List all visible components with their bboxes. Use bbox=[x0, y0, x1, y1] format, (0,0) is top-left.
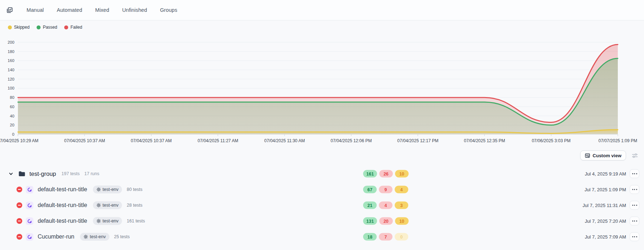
row-date: Jul 4, 2025 9:19 AM bbox=[585, 171, 626, 177]
checkbox-stack-icon bbox=[6, 6, 13, 14]
gear-icon bbox=[97, 219, 101, 223]
run-icon bbox=[26, 202, 33, 209]
gear-icon bbox=[97, 187, 101, 192]
tab[interactable]: Automated bbox=[57, 7, 82, 13]
environment-badge: test-env bbox=[93, 186, 122, 193]
more-options-icon-button[interactable] bbox=[630, 232, 639, 241]
adjustments-filter-icon-button[interactable] bbox=[631, 152, 639, 159]
svg-text:07/04/2025 10:29 AM: 07/04/2025 10:29 AM bbox=[0, 138, 38, 143]
skipped-count-badge: 10 bbox=[395, 217, 409, 225]
result-count-badges: 21 4 3 bbox=[363, 202, 408, 209]
svg-text:80: 80 bbox=[10, 95, 14, 100]
area-chart-canvas: 02040608010012014016018020007/04/2025 10… bbox=[0, 32, 644, 147]
custom-view-button[interactable]: Custom view bbox=[580, 150, 626, 160]
chart-legend: Skipped Passed Failed bbox=[8, 24, 644, 31]
run-icon bbox=[26, 233, 33, 241]
tab[interactable]: Manual bbox=[27, 7, 44, 13]
legend-item[interactable]: Passed bbox=[37, 25, 57, 30]
environment-badge: test-env bbox=[80, 233, 109, 241]
failed-status-icon bbox=[17, 187, 22, 192]
more-options-icon-button[interactable] bbox=[630, 217, 639, 226]
result-count-badges: 18 7 0 bbox=[363, 233, 408, 241]
result-count-badges: 67 9 4 bbox=[363, 186, 408, 193]
skipped-count-badge: 10 bbox=[395, 170, 409, 178]
failed-count-badge: 4 bbox=[379, 202, 392, 209]
svg-text:07/04/2025 12:35 PM: 07/04/2025 12:35 PM bbox=[464, 138, 505, 143]
failed-status-icon bbox=[17, 202, 22, 208]
gear-icon bbox=[97, 203, 101, 207]
tab[interactable]: Groups bbox=[160, 7, 177, 13]
svg-text:07/07/2025 1:09 PM: 07/07/2025 1:09 PM bbox=[598, 138, 637, 143]
legend-label: Skipped bbox=[14, 25, 29, 30]
svg-text:120: 120 bbox=[8, 77, 14, 81]
row-date: Jul 7, 2025 7:09 AM bbox=[585, 234, 626, 240]
passed-count-badge: 131 bbox=[363, 217, 377, 225]
more-options-icon-button[interactable] bbox=[630, 185, 639, 194]
environment-name: test-env bbox=[103, 203, 118, 208]
test-results-area-chart: 02040608010012014016018020007/04/2025 10… bbox=[0, 32, 644, 147]
sliders-icon bbox=[632, 153, 638, 159]
multi-select-icon-button[interactable] bbox=[5, 6, 14, 14]
passed-count-badge: 21 bbox=[363, 202, 377, 209]
failed-status-icon bbox=[17, 218, 22, 224]
skipped-count-badge: 0 bbox=[395, 233, 408, 241]
svg-text:07/04/2025 10:37 AM: 07/04/2025 10:37 AM bbox=[64, 138, 105, 143]
group-meta: 197 tests 17 runs bbox=[61, 171, 99, 176]
skipped-count-badge: 3 bbox=[395, 202, 408, 209]
chevron-down-icon[interactable] bbox=[8, 171, 14, 177]
run-icon bbox=[26, 217, 33, 225]
svg-text:200: 200 bbox=[8, 40, 14, 44]
run-row[interactable]: default-test-run-title test-env 80 tests… bbox=[0, 182, 644, 197]
more-options-icon-button[interactable] bbox=[630, 201, 639, 210]
tab-bar: ManualAutomatedMixedUnfinishedGroups bbox=[0, 0, 644, 20]
passed-count-badge: 67 bbox=[363, 186, 377, 193]
tab[interactable]: Mixed bbox=[95, 7, 109, 13]
legend-label: Failed bbox=[70, 25, 82, 30]
svg-text:140: 140 bbox=[8, 68, 14, 72]
failed-count-badge: 7 bbox=[379, 233, 392, 241]
group-tests-count: 197 tests bbox=[61, 171, 80, 176]
legend-color-dot bbox=[37, 25, 41, 29]
svg-text:40: 40 bbox=[10, 114, 14, 118]
run-tests-count: 25 tests bbox=[114, 234, 130, 239]
environment-name: test-env bbox=[103, 187, 118, 192]
folder-icon bbox=[18, 170, 25, 177]
svg-text:07/04/2025 10:37 AM: 07/04/2025 10:37 AM bbox=[131, 138, 172, 143]
svg-text:07/04/2025 12:17 PM: 07/04/2025 12:17 PM bbox=[397, 138, 438, 143]
list-toolbar: Custom view bbox=[0, 147, 644, 164]
run-title: default-test-run-title bbox=[38, 186, 87, 193]
tab[interactable]: Unfinished bbox=[122, 7, 147, 13]
environment-badge: test-env bbox=[93, 201, 122, 209]
skipped-count-badge: 4 bbox=[395, 186, 408, 193]
group-runs-count: 17 runs bbox=[84, 171, 99, 176]
run-title: default-test-run-title bbox=[38, 218, 87, 224]
custom-view-label: Custom view bbox=[593, 153, 621, 158]
failed-status-icon bbox=[17, 234, 22, 240]
legend-item[interactable]: Failed bbox=[64, 25, 82, 30]
more-options-icon-button[interactable] bbox=[630, 169, 639, 178]
run-row[interactable]: Cucumber-run test-env 25 tests 18 7 0 Ju… bbox=[0, 229, 644, 245]
svg-text:07/04/2025 12:06 PM: 07/04/2025 12:06 PM bbox=[331, 138, 372, 143]
group-title: test-group bbox=[29, 170, 56, 177]
run-list: test-group 197 tests 17 runs 161 26 10 J… bbox=[0, 166, 644, 245]
failed-count-badge: 9 bbox=[379, 186, 392, 193]
result-count-badges: 131 20 10 bbox=[363, 217, 409, 225]
run-icon bbox=[26, 186, 33, 193]
environment-badge: test-env bbox=[93, 217, 122, 225]
svg-text:160: 160 bbox=[8, 58, 14, 63]
passed-count-badge: 161 bbox=[363, 170, 377, 178]
environment-name: test-env bbox=[90, 234, 105, 239]
svg-text:07/06/2025 3:03 PM: 07/06/2025 3:03 PM bbox=[532, 138, 570, 143]
svg-text:07/04/2025 11:27 AM: 07/04/2025 11:27 AM bbox=[198, 138, 238, 143]
svg-text:60: 60 bbox=[10, 105, 14, 109]
svg-text:0: 0 bbox=[12, 132, 14, 136]
legend-item[interactable]: Skipped bbox=[8, 25, 29, 30]
run-row[interactable]: default-test-run-title test-env 161 test… bbox=[0, 213, 644, 229]
legend-color-dot bbox=[64, 25, 68, 29]
run-row[interactable]: default-test-run-title test-env 28 tests… bbox=[0, 197, 644, 213]
group-row[interactable]: test-group 197 tests 17 runs 161 26 10 J… bbox=[0, 166, 644, 182]
failed-count-badge: 20 bbox=[379, 217, 393, 225]
failed-count-badge: 26 bbox=[379, 170, 393, 178]
environment-name: test-env bbox=[103, 218, 118, 223]
run-tests-count: 80 tests bbox=[127, 187, 142, 192]
